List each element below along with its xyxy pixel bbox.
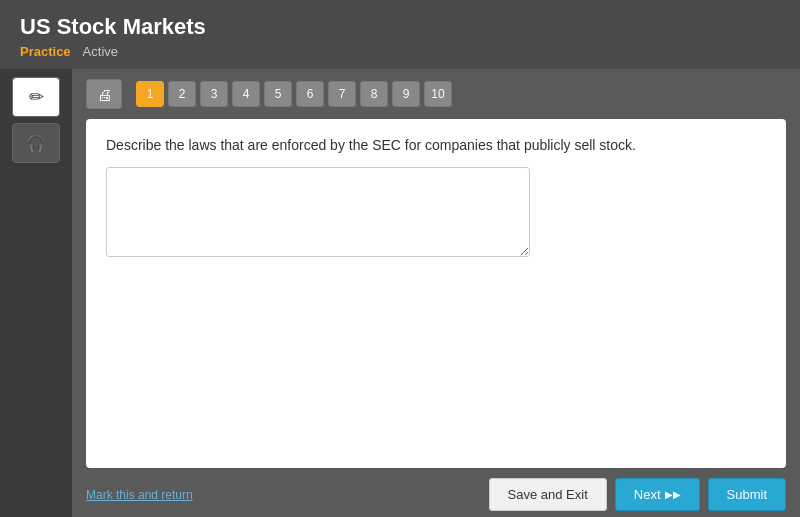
audio-button[interactable]: 🎧 bbox=[12, 123, 60, 163]
answer-textarea[interactable] bbox=[106, 167, 530, 257]
mark-return-button[interactable]: Mark this and return bbox=[86, 488, 193, 502]
tab-practice[interactable]: Practice bbox=[20, 42, 71, 61]
question-num-4[interactable]: 4 bbox=[232, 81, 260, 107]
question-nav: 🖨 1 2 3 4 5 6 bbox=[72, 69, 800, 119]
question-num-10[interactable]: 10 bbox=[424, 81, 452, 107]
footer-buttons: Save and Exit Next Submit bbox=[489, 478, 786, 511]
question-num-3[interactable]: 3 bbox=[200, 81, 228, 107]
header: US Stock Markets Practice Active bbox=[0, 0, 800, 69]
page-title: US Stock Markets bbox=[20, 14, 780, 40]
question-num-2[interactable]: 2 bbox=[168, 81, 196, 107]
content-area: 🖨 1 2 3 4 5 6 bbox=[72, 69, 800, 517]
printer-button[interactable]: 🖨 bbox=[86, 79, 122, 109]
tab-active[interactable]: Active bbox=[83, 42, 118, 61]
question-panel: Describe the laws that are enforced by t… bbox=[86, 119, 786, 468]
question-numbers: 1 2 3 4 5 6 7 bbox=[136, 81, 452, 107]
question-num-5[interactable]: 5 bbox=[264, 81, 292, 107]
main-layout: ✏ 🎧 🖨 1 2 3 4 bbox=[0, 69, 800, 517]
pencil-icon: ✏ bbox=[29, 86, 44, 108]
sidebar: ✏ 🎧 bbox=[0, 69, 72, 517]
question-num-9[interactable]: 9 bbox=[392, 81, 420, 107]
next-button[interactable]: Next bbox=[615, 478, 700, 511]
tab-bar: Practice Active bbox=[20, 42, 780, 61]
headphone-icon: 🎧 bbox=[26, 134, 46, 153]
save-exit-button[interactable]: Save and Exit bbox=[489, 478, 607, 511]
question-num-6[interactable]: 6 bbox=[296, 81, 324, 107]
pencil-tool-button[interactable]: ✏ bbox=[12, 77, 60, 117]
submit-button[interactable]: Submit bbox=[708, 478, 786, 511]
printer-icon: 🖨 bbox=[97, 86, 112, 103]
question-num-7[interactable]: 7 bbox=[328, 81, 356, 107]
question-num-8[interactable]: 8 bbox=[360, 81, 388, 107]
footer: Mark this and return Save and Exit Next … bbox=[72, 468, 800, 517]
question-num-1[interactable]: 1 bbox=[136, 81, 164, 107]
question-text: Describe the laws that are enforced by t… bbox=[106, 137, 766, 153]
